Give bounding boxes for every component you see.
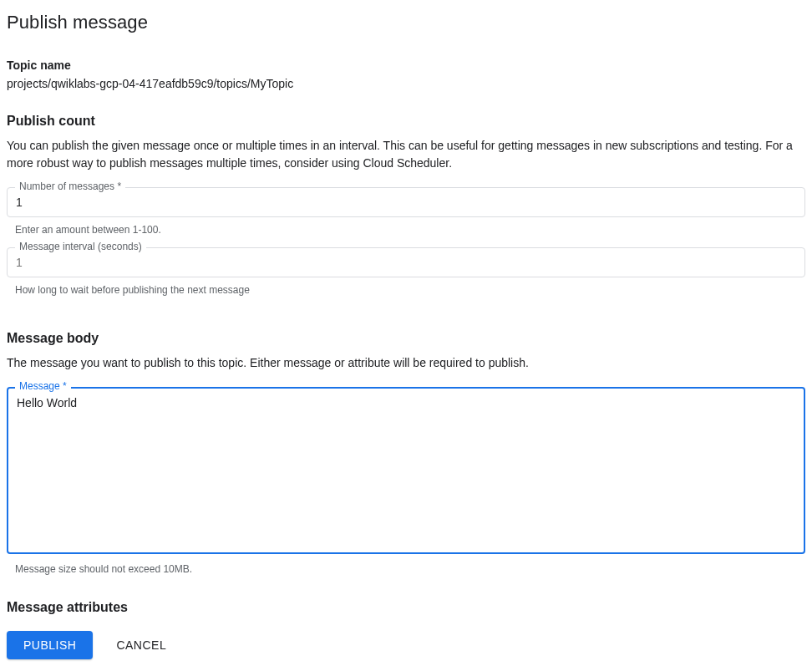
message-body-description: The message you want to publish to this … (7, 354, 805, 372)
num-messages-label: Number of messages * (15, 180, 125, 192)
topic-name-value: projects/qwiklabs-gcp-04-417eafdb59c9/to… (7, 77, 805, 90)
footer-bar: Publish Cancel (0, 623, 812, 666)
num-messages-helper: Enter an amount between 1-100. (7, 224, 805, 236)
message-helper: Message size should not exceed 10MB. (7, 563, 805, 575)
num-messages-field: Number of messages * (7, 187, 805, 217)
message-label: Message * (15, 380, 71, 392)
topic-name-label: Topic name (7, 58, 805, 72)
publish-count-description: You can publish the given message once o… (7, 137, 805, 172)
message-body-heading: Message body (7, 331, 805, 346)
message-attributes-heading: Message attributes (7, 600, 805, 615)
publish-button[interactable]: Publish (7, 631, 93, 659)
message-interval-label: Message interval (seconds) (15, 241, 146, 252)
message-input[interactable] (7, 387, 805, 554)
cancel-button[interactable]: Cancel (113, 631, 170, 659)
publish-count-heading: Publish count (7, 114, 805, 129)
message-interval-helper: How long to wait before publishing the n… (7, 284, 805, 296)
num-messages-input[interactable] (7, 187, 805, 217)
page-title: Publish message (7, 12, 805, 33)
message-field: Message * (7, 387, 805, 557)
message-interval-field: Message interval (seconds) (7, 247, 805, 277)
